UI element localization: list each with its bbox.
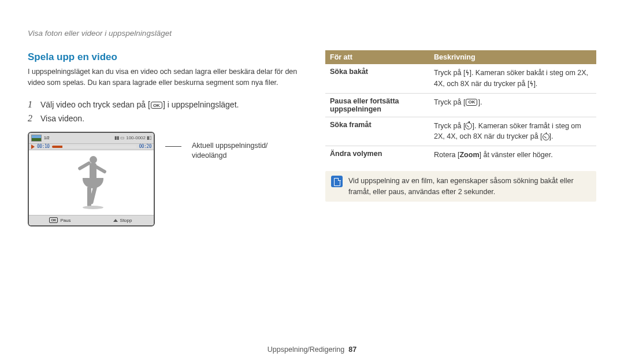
ok-icon: OK [49,217,58,223]
flash-icon: ϟ [466,68,469,78]
thumbnail-icon [31,135,42,142]
status-icons: ▮▮ ▭ 100-0002 ▮▯ [114,135,151,140]
row-label: Pausa eller fortsätta uppspelningen [325,93,429,117]
video-player-frame: 1/2 ▮▮ ▭ 100-0002 ▮▯ 00:10 00:20 [28,132,155,226]
stop-button-hint: Stopp [91,218,154,223]
ok-icon: OK [151,102,162,109]
dancer-silhouette [76,156,107,209]
row-desc: Tryck på [OK]. [429,93,596,117]
time-current: 00:10 [37,144,50,149]
flash-icon: ϟ [530,79,533,89]
frame-counter: 1/2 [44,136,50,140]
row-desc: Tryck på [ϟ]. Kameran söker bakåt i steg… [429,64,596,93]
step-1-number: 1 [28,99,35,110]
step-1-text-post: ] i uppspelningsläget. [163,100,239,109]
battery-icon: ▮▯ [147,135,151,140]
pause-label: Paus [60,218,70,223]
callout-text: Aktuell uppspelningstid/ videolängd [192,141,268,161]
row-desc: Rotera [Zoom] åt vänster eller höger. [429,146,596,164]
left-column: Spela upp en video I uppspelningsläget k… [28,50,299,226]
video-progress-bar: 00:10 00:20 [29,143,154,150]
stop-label: Stopp [120,218,132,223]
video-body [29,150,154,215]
table-row: Söka bakåt Tryck på [ϟ]. Kameran söker b… [325,64,596,93]
row-label: Söka bakåt [325,64,429,93]
th-description: Beskrivning [429,50,596,64]
section-title: Spela upp en video [28,51,299,63]
step-2-number: 2 [28,113,35,124]
timer-icon [465,122,472,129]
table-row: Ändra volymen Rotera [Zoom] åt vänster e… [325,146,596,164]
steps-list: 1 Välj video och tryck sedan på [OK] i u… [28,99,299,124]
step-2: 2 Visa videon. [28,113,299,124]
sd-icon: ▭ [120,135,125,140]
step-1: 1 Välj video och tryck sedan på [OK] i u… [28,99,299,110]
table-row: Pausa eller fortsätta uppspelningen Tryc… [325,93,596,117]
note-icon [331,176,343,187]
figure-row: 1/2 ▮▮ ▭ 100-0002 ▮▯ 00:10 00:20 [28,132,299,226]
th-for: För att [325,50,429,64]
step-1-text-pre: Välj video och tryck sedan på [ [40,100,150,109]
step-2-text: Visa videon. [40,114,84,123]
table-header-row: För att Beskrivning [325,50,596,64]
time-total: 00:20 [139,144,151,149]
file-label: 100-0002 [126,135,146,140]
play-icon [31,144,35,149]
row-label: Ändra volymen [325,146,429,164]
table-row: Söka framåt Tryck på []. Kameran söker f… [325,117,596,146]
video-top-bar: 1/2 ▮▮ ▭ 100-0002 ▮▯ [29,133,154,143]
footer-chapter: Uppspelning/Redigering [268,346,344,354]
video-icon: ▮▮ [114,135,119,140]
info-note-box: Vid uppspelning av en film, kan egenskap… [325,171,596,202]
right-column: För att Beskrivning Söka bakåt Tryck på … [325,50,596,202]
breadcrumb: Visa foton eller videor i uppspelningslä… [28,29,596,38]
video-bottom-bar: OK Paus Stopp [29,215,154,225]
callout-leader-line [165,146,181,147]
controls-table: För att Beskrivning Söka bakåt Tryck på … [325,50,596,164]
page-footer: Uppspelning/Redigering 87 [0,346,624,354]
row-desc: Tryck på []. Kameran söker framåt i steg… [429,117,596,146]
seek-bar [52,146,137,148]
info-note-text: Vid uppspelning av en film, kan egenskap… [348,176,590,198]
zoom-label: Zoom [459,151,479,159]
page: Visa foton eller videor i uppspelningslä… [0,0,624,364]
ok-icon: OK [466,99,477,106]
timer-icon [543,133,549,140]
page-number: 87 [348,346,356,354]
up-icon [113,219,118,222]
content-columns: Spela upp en video I uppspelningsläget k… [28,50,596,226]
intro-paragraph: I uppspelningsläget kan du visa en video… [28,66,299,89]
row-label: Söka framåt [325,117,429,146]
pause-button-hint: OK Paus [29,217,91,223]
